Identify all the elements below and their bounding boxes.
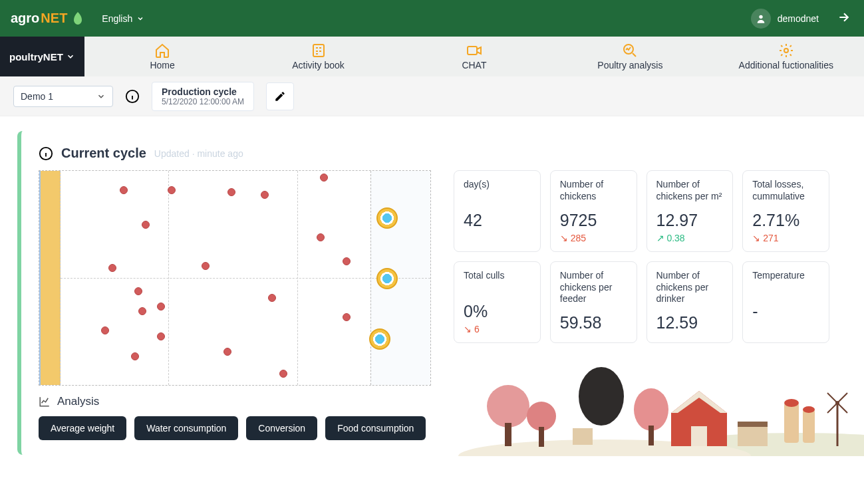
filter-row: Demo 1 Production cycle 5/12/2020 12:00:…	[0, 76, 864, 116]
scatter-marker	[376, 268, 398, 289]
share-button[interactable]	[835, 8, 853, 29]
production-cycle-title: Production cycle	[162, 86, 244, 97]
calculator-icon	[311, 43, 327, 59]
analysis-chip[interactable]: Conversion	[246, 416, 317, 440]
demo-select[interactable]: Demo 1	[13, 86, 113, 107]
stat-card[interactable]: Number of chickens per drinker12.59	[647, 261, 734, 343]
scatter-dot	[261, 191, 269, 199]
stat-value: 0%	[464, 302, 531, 321]
svg-rect-1	[313, 45, 324, 57]
stat-value: 2.71%	[752, 211, 819, 230]
topbar: agroNET English demodnet	[0, 0, 864, 37]
stat-card[interactable]: Total losses, cummulative2.71%↘ 271	[742, 170, 829, 252]
analysis-chip[interactable]: Water consumption	[134, 416, 238, 440]
production-cycle-card[interactable]: Production cycle 5/12/2020 12:00:00 AM	[152, 82, 254, 111]
gear-icon	[778, 43, 794, 59]
stat-trend: ↘ 285	[560, 233, 627, 243]
stat-value: 9725	[560, 211, 627, 230]
info-icon[interactable]	[125, 89, 140, 104]
stat-label: Number of chickens per drinker	[656, 270, 724, 305]
stat-label: Temperature	[752, 270, 819, 294]
topbar-right: demodnet	[751, 8, 853, 29]
tab-label: Additional fuctionalities	[739, 60, 833, 70]
scatter-dot	[142, 221, 150, 229]
stat-value: 12.59	[656, 313, 724, 332]
stat-value: -	[752, 302, 819, 321]
scatter-dot	[157, 303, 165, 311]
plot-grid-v	[168, 171, 169, 385]
stat-label: Number of chickens per m²	[656, 179, 724, 203]
stat-card[interactable]: Number of chickens per feeder59.58	[550, 261, 637, 343]
stat-value: 42	[464, 211, 531, 230]
stat-card[interactable]: day(s)42	[454, 170, 541, 252]
svg-point-0	[759, 15, 762, 18]
tab-label: CHAT	[462, 60, 486, 70]
logo-net: NET	[41, 11, 67, 26]
scatter-dot	[202, 262, 210, 270]
scatter-dot	[279, 370, 287, 378]
demo-value: Demo 1	[21, 91, 53, 102]
person-icon	[756, 13, 766, 24]
stat-label: Number of chickens per feeder	[560, 270, 627, 305]
analysis-chips: Average weightWater consumptionConversio…	[39, 416, 431, 455]
scatter-dot	[268, 294, 276, 302]
analysis-chip[interactable]: Food consumption	[325, 416, 426, 440]
plot-grid-v	[297, 171, 298, 385]
svg-line-26	[837, 403, 847, 413]
panel-header: Current cycle Updated · minute ago	[39, 146, 829, 161]
panel-title: Current cycle	[61, 146, 146, 161]
plot-section: Analysis Average weightWater consumption…	[39, 170, 431, 455]
nav-tabs: Home Activity book CHAT Poultry analysis…	[84, 37, 864, 76]
chevron-down-icon	[136, 15, 144, 23]
language-select[interactable]: English	[102, 13, 144, 24]
scatter-dot	[120, 186, 128, 194]
chevron-down-icon	[66, 52, 75, 61]
tab-additional[interactable]: Additional fuctionalities	[708, 37, 864, 76]
logo[interactable]: agroNET	[11, 11, 86, 27]
tab-label: Home	[150, 60, 174, 70]
tabstrip: poultryNET Home Activity book CHAT Poult…	[0, 37, 864, 76]
user-account[interactable]: demodnet	[751, 9, 819, 29]
logo-agro: agro	[11, 11, 39, 26]
avatar	[751, 9, 771, 29]
stat-card[interactable]: Number of chickens per m²12.97↗ 0.38	[647, 170, 734, 252]
svg-rect-2	[468, 47, 477, 55]
scatter-dot	[317, 233, 325, 241]
scatter-marker	[369, 328, 390, 350]
stat-card[interactable]: Total culls0%↘ 6	[454, 261, 541, 343]
scatter-dot	[168, 186, 176, 194]
stat-label: Total losses, cummulative	[752, 179, 819, 203]
svg-line-24	[837, 393, 847, 403]
tab-home[interactable]: Home	[84, 37, 240, 76]
stat-card[interactable]: Number of chickens9725↘ 285	[550, 170, 637, 252]
stat-card[interactable]: Temperature-	[742, 261, 829, 343]
scatter-dot	[343, 313, 351, 321]
pencil-icon	[274, 90, 286, 102]
plot-grid-h	[61, 278, 430, 279]
tab-chat[interactable]: CHAT	[396, 37, 552, 76]
share-icon	[837, 11, 851, 24]
stats-grid: day(s)42Number of chickens9725↘ 285Numbe…	[454, 170, 829, 343]
scatter-dot	[138, 307, 146, 315]
leaf-icon	[70, 11, 86, 27]
info-icon[interactable]	[39, 146, 53, 161]
stats-section: day(s)42Number of chickens9725↘ 285Numbe…	[454, 170, 829, 455]
tab-label: Poultry analysis	[597, 60, 662, 70]
scatter-dot	[134, 287, 142, 295]
plot-left-bar	[39, 171, 61, 385]
stat-trend: ↘ 6	[464, 324, 531, 334]
chevron-down-icon	[96, 92, 106, 101]
app-name: poultryNET	[9, 51, 63, 63]
stat-label: Total culls	[464, 270, 531, 294]
tab-analysis[interactable]: Poultry analysis	[552, 37, 708, 76]
main-panel: Current cycle Updated · minute ago Analy…	[17, 131, 847, 455]
edit-button[interactable]	[266, 82, 294, 110]
app-switcher[interactable]: poultryNET	[0, 37, 84, 76]
scatter-dot	[227, 188, 235, 196]
analysis-chip[interactable]: Average weight	[39, 416, 126, 440]
video-icon	[466, 43, 482, 59]
svg-point-28	[835, 401, 839, 405]
tab-activity-book[interactable]: Activity book	[240, 37, 396, 76]
scatter-plot[interactable]	[39, 170, 431, 386]
topbar-left: agroNET English	[11, 11, 144, 27]
